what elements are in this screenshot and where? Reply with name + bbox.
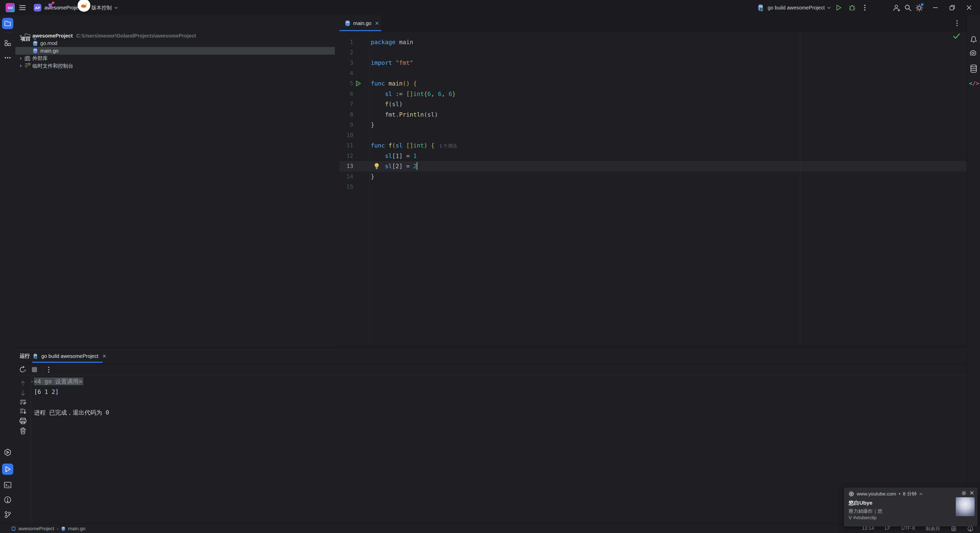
gutter-line-number[interactable]: 2 (339, 48, 353, 58)
ime-skin-icon[interactable] (47, 3, 53, 9)
code-line-12[interactable]: sl[1] = 1 (371, 151, 417, 161)
code-line-8[interactable]: fmt.Println(sl) (371, 110, 438, 120)
editor: main.go 123456789101112131415 package ma… (339, 15, 967, 348)
notification-close-icon[interactable] (969, 491, 974, 495)
code-line-14[interactable]: } (371, 172, 374, 182)
tool-services-button[interactable] (2, 447, 13, 458)
notifications-bell-icon[interactable] (970, 35, 977, 43)
tree-item-awesomeProject[interactable]: awesomeProjectC:\Users\meowr\GolandProje… (15, 32, 335, 40)
tool-more-button[interactable] (2, 52, 13, 63)
status-file-name[interactable]: main.go (68, 526, 86, 531)
ai-assistant-icon[interactable] (970, 49, 977, 57)
stop-button[interactable] (31, 366, 38, 373)
code-line-9[interactable]: } (371, 120, 374, 130)
search-everywhere-button[interactable] (904, 4, 912, 12)
gutter-line-number[interactable]: 3 (339, 58, 353, 68)
readonly-toggle-icon[interactable] (951, 526, 956, 531)
gutter-line-number[interactable]: 1 (339, 37, 353, 48)
console-line-out[interactable]: [6 1 2] (34, 387, 59, 397)
notification-settings-gear-icon[interactable] (961, 491, 966, 496)
window-restore-button[interactable] (945, 0, 959, 15)
code-line-3[interactable]: import "fmt" (371, 58, 413, 68)
gutter-line-number[interactable]: 6 (339, 89, 353, 99)
code-line-6[interactable]: sl := []int{6, 6, 6} (371, 89, 455, 99)
intention-bulb-icon[interactable] (374, 162, 380, 170)
clear-console-trash-icon[interactable] (19, 427, 27, 434)
tab-close-icon[interactable] (375, 21, 379, 25)
chevron-right-icon[interactable] (19, 64, 22, 68)
browser-notification-popup[interactable]: www.youtube.com • 8 分钟 悠白Ubye 壓力鍋爆炸｜悠 V … (844, 488, 977, 527)
code-line-11[interactable]: func f(sl []int) {1 个用法 (371, 140, 457, 151)
run-tool-window-title[interactable]: 运行 (20, 352, 30, 360)
tool-problems-button[interactable] (2, 494, 13, 506)
chevron-right-icon[interactable] (19, 57, 22, 60)
code-line-1[interactable]: package main (371, 37, 413, 48)
main-menu-hamburger-icon[interactable] (19, 5, 26, 11)
tool-commit-button[interactable] (2, 37, 13, 48)
gutter-line-number[interactable]: 4 (339, 68, 353, 79)
tree-item-临时文件和控制台[interactable]: 临时文件和控制台 (15, 62, 335, 70)
status-project-name[interactable]: awesomeProject (18, 526, 54, 531)
gutter-line-number[interactable]: 7 (339, 99, 353, 110)
code-token: import (371, 59, 396, 66)
rerun-button[interactable] (19, 366, 27, 374)
editor-more-icon[interactable] (956, 20, 959, 27)
soft-wrap-icon[interactable] (19, 398, 27, 406)
gutter-line-number[interactable]: 13 (339, 161, 353, 172)
gutter-line-number[interactable]: 5 (339, 78, 353, 89)
expand-chevron-icon[interactable]: › (30, 378, 33, 384)
debug-button[interactable] (848, 4, 856, 11)
console-line-out[interactable]: 进程 已完成，退出代码为 0 (34, 407, 109, 418)
tool-run-button[interactable] (2, 463, 13, 475)
gutter-line-number[interactable]: 12 (339, 151, 353, 161)
scroll-to-end-icon[interactable] (19, 408, 27, 415)
status-nav-breadcrumb[interactable]: awesomeProject › main.go (11, 526, 85, 531)
run-configuration-widget[interactable]: go build awesomeProject (756, 0, 831, 15)
run-main-gutter-icon[interactable] (355, 80, 361, 87)
vcs-widget-label: 版本控制 (91, 4, 112, 11)
console-line-cmd[interactable]: ›<4 go 设置调用> (34, 376, 83, 387)
goland-logo-icon[interactable]: GO (6, 3, 15, 12)
tree-item-外部库[interactable]: 外部库 (15, 55, 335, 62)
endpoints-code-icon[interactable]: </> (969, 80, 979, 86)
prev-occurrence-icon[interactable] (19, 380, 27, 387)
code-token (371, 101, 385, 107)
settings-button[interactable] (915, 4, 923, 12)
code-area[interactable]: 123456789101112131415 package mainimport… (339, 31, 967, 346)
tab-close-icon[interactable] (102, 354, 107, 358)
inspections-ok-checkmark-icon[interactable] (953, 33, 960, 39)
tree-item-main.go[interactable]: main.go (15, 47, 335, 55)
chevron-down-icon[interactable] (19, 34, 22, 38)
tree-item-label: 外部库 (32, 55, 48, 62)
collapse-chevron-icon[interactable] (919, 493, 923, 495)
gutter-line-number[interactable]: 8 (339, 110, 353, 120)
code-token: } (371, 121, 374, 128)
vcs-widget[interactable]: 版本控制 (91, 0, 118, 15)
gutter-line-number[interactable]: 9 (339, 120, 353, 130)
project-avatar[interactable]: AP (34, 4, 41, 11)
gutter-line-number[interactable]: 15 (339, 182, 353, 192)
gutter-line-number[interactable]: 10 (339, 130, 353, 141)
run-tab[interactable]: go build awesomeProject (32, 350, 107, 363)
tool-project-button[interactable] (2, 18, 13, 29)
gutter-line-number[interactable]: 11 (339, 140, 353, 151)
more-actions-button[interactable] (863, 4, 867, 11)
code-line-5[interactable]: func main() { (371, 78, 417, 89)
event-log-status-icon[interactable] (967, 526, 974, 532)
code-token: Println (399, 111, 424, 118)
tool-git-button[interactable] (2, 509, 13, 520)
database-icon[interactable] (970, 64, 977, 73)
code-with-me-button[interactable] (893, 4, 901, 12)
window-close-button[interactable] (962, 0, 976, 15)
print-icon[interactable] (19, 417, 27, 425)
run-configuration-label: go build awesomeProject (768, 5, 824, 11)
code-line-7[interactable]: f(sl) (371, 99, 403, 110)
run-button[interactable] (835, 4, 842, 11)
console-more-button[interactable] (47, 366, 50, 373)
editor-tab-main-go[interactable]: main.go (339, 15, 381, 31)
next-occurrence-icon[interactable] (19, 389, 27, 396)
gutter-line-number[interactable]: 14 (339, 172, 353, 182)
tree-item-go.mod[interactable]: go.mod (15, 40, 335, 47)
tool-terminal-button[interactable] (2, 479, 13, 491)
window-minimize-button[interactable] (928, 0, 942, 15)
